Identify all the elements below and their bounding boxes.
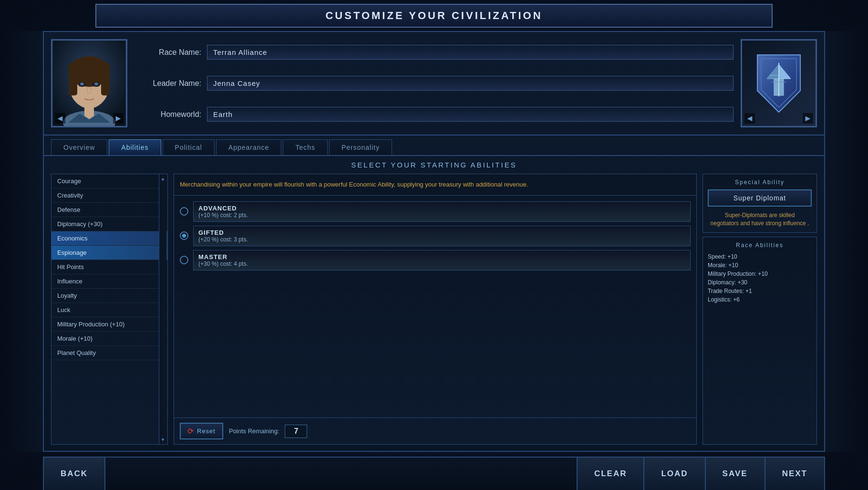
portrait-prev-arrow[interactable]: ◄ xyxy=(55,113,65,124)
option-cost: (+30 %) cost: 4 pts. xyxy=(198,261,685,267)
main-content: ◄ ► Race Name: Terran Alliance Leader Na… xyxy=(43,31,825,452)
ability-item-morale[interactable]: Morale (+10) xyxy=(52,332,167,346)
option-bar-master: MASTER(+30 %) cost: 4 pts. xyxy=(193,250,691,271)
race-name-label: Race Name: xyxy=(134,48,201,57)
ability-item-military-production[interactable]: Military Production (+10) xyxy=(52,317,167,332)
race-name-row: Race Name: Terran Alliance xyxy=(134,45,734,60)
scroll-down-arrow[interactable]: ▼ xyxy=(161,437,165,442)
filename-input[interactable] xyxy=(105,458,578,490)
ability-item-hit-points[interactable]: Hit Points xyxy=(52,260,167,274)
bottom-bar: BackClearLoadSaveNext xyxy=(43,457,825,490)
race-abilities-label: Race Abilities xyxy=(708,242,812,249)
abilities-section: SELECT YOUR STARTING ABILITIES CourageCr… xyxy=(44,156,824,451)
abilities-body: CourageCreativityDefenseDiplomacy (+30)E… xyxy=(51,174,817,445)
ability-list-inner: CourageCreativityDefenseDiplomacy (+30)E… xyxy=(52,174,167,444)
ability-item-loyalty[interactable]: Loyalty xyxy=(52,289,167,303)
ability-item-creativity[interactable]: Creativity xyxy=(52,188,167,203)
scroll-indicator: ▲ ▼ xyxy=(159,174,166,444)
option-name: MASTER xyxy=(198,253,685,261)
abilities-header: SELECT YOUR STARTING ABILITIES xyxy=(51,161,817,169)
ability-item-courage[interactable]: Courage xyxy=(52,174,167,188)
option-bar-gifted: GIFTED(+20 %) cost: 3 pts. xyxy=(193,226,691,246)
ability-option-gifted[interactable]: GIFTED(+20 %) cost: 3 pts. xyxy=(180,226,691,246)
special-ability-name[interactable]: Super Diplomat xyxy=(708,189,812,207)
ability-list: CourageCreativityDefenseDiplomacy (+30)E… xyxy=(51,174,168,445)
reset-label: Reset xyxy=(197,427,216,435)
emblem-navigation: ◄ ► xyxy=(742,113,816,124)
option-name: ADVANCED xyxy=(198,205,685,212)
next-button[interactable]: Next xyxy=(765,458,825,490)
option-cost: (+20 %) cost: 3 pts. xyxy=(198,236,685,243)
page-title: CUSTOMIZE YOUR CIVILIZATION xyxy=(325,10,542,22)
ability-item-espionage[interactable]: Espionage xyxy=(52,246,167,260)
reset-button[interactable]: ⟳ Reset xyxy=(180,423,223,439)
reset-icon: ⟳ xyxy=(187,427,194,436)
svg-rect-6 xyxy=(69,63,110,77)
race-ability-item: Morale: +10 xyxy=(708,261,812,270)
ability-right-panel: Special Ability Super Diplomat Super-Dip… xyxy=(703,174,817,445)
portrait-next-arrow[interactable]: ► xyxy=(113,113,124,124)
right-side-panel xyxy=(825,31,868,452)
tab-abilities[interactable]: Abilities xyxy=(109,139,161,155)
ability-description: Merchandising within your empire will fl… xyxy=(174,174,696,196)
save-button[interactable]: Save xyxy=(706,458,765,490)
title-bar: CUSTOMIZE YOUR CIVILIZATION xyxy=(95,4,773,28)
special-ability-box: Special Ability Super Diplomat Super-Dip… xyxy=(703,174,817,233)
svg-point-10 xyxy=(94,83,98,85)
emblem-prev-arrow[interactable]: ◄ xyxy=(744,113,755,124)
portrait-box: ◄ ► xyxy=(51,39,127,127)
load-button[interactable]: Load xyxy=(644,458,705,490)
ability-item-economics[interactable]: Economics xyxy=(52,231,167,246)
ability-item-planet-quality[interactable]: Planet Quality xyxy=(52,346,167,360)
option-cost: (+10 %) cost: 2 pts. xyxy=(198,212,685,219)
emblem-next-arrow[interactable]: ► xyxy=(803,113,813,124)
leader-name-label: Leader Name: xyxy=(134,79,201,88)
special-ability-label: Special Ability xyxy=(708,179,812,186)
homeworld-label: Homeworld: xyxy=(134,110,201,119)
emblem-box: ◄ ► xyxy=(741,39,817,127)
radio-master[interactable] xyxy=(180,256,188,264)
ability-option-master[interactable]: MASTER(+30 %) cost: 4 pts. xyxy=(180,250,691,271)
race-ability-item: Diplomacy: +30 xyxy=(708,278,812,287)
back-button[interactable]: Back xyxy=(43,458,105,490)
race-name-value[interactable]: Terran Alliance xyxy=(207,45,734,60)
tab-overview[interactable]: Overview xyxy=(51,139,107,155)
points-remaining-label: Points Remaining: xyxy=(229,427,279,435)
special-ability-description: Super-Diplomats are skilled negotiators … xyxy=(708,211,812,228)
clear-button[interactable]: Clear xyxy=(578,458,645,490)
tab-political[interactable]: Political xyxy=(163,139,215,155)
option-name: GIFTED xyxy=(198,229,685,236)
svg-point-9 xyxy=(80,83,84,85)
points-remaining-value: 7 xyxy=(285,425,307,438)
portrait-navigation: ◄ ► xyxy=(52,113,126,124)
character-fields: Race Name: Terran Alliance Leader Name: … xyxy=(134,39,734,127)
ability-footer: ⟳ Reset Points Remaining: 7 xyxy=(174,417,696,444)
ability-item-defense[interactable]: Defense xyxy=(52,203,167,217)
tab-appearance[interactable]: Appearance xyxy=(216,139,282,155)
race-abilities-list: Speed: +10Morale: +10Military Production… xyxy=(708,252,812,304)
homeworld-row: Homeworld: Earth xyxy=(134,107,734,122)
leader-name-value[interactable]: Jenna Casey xyxy=(207,76,734,91)
leader-name-row: Leader Name: Jenna Casey xyxy=(134,76,734,91)
ability-item-luck[interactable]: Luck xyxy=(52,303,167,317)
option-bar-advanced: ADVANCED(+10 %) cost: 2 pts. xyxy=(193,201,691,222)
ability-item-influence[interactable]: Influence xyxy=(52,274,167,289)
left-side-panel xyxy=(0,31,43,452)
race-ability-item: Speed: +10 xyxy=(708,252,812,261)
radio-gifted[interactable] xyxy=(180,231,188,240)
race-ability-item: Military Production: +10 xyxy=(708,270,812,278)
ability-option-advanced[interactable]: ADVANCED(+10 %) cost: 2 pts. xyxy=(180,201,691,222)
race-ability-item: Trade Routes: +1 xyxy=(708,287,812,295)
race-abilities-box: Race Abilities Speed: +10Morale: +10Mili… xyxy=(703,237,817,445)
ability-detail: Merchandising within your empire will fl… xyxy=(174,174,697,445)
tabs-section: OverviewAbilitiesPoliticalAppearanceTech… xyxy=(44,136,824,156)
homeworld-value[interactable]: Earth xyxy=(207,107,734,122)
emblem-svg xyxy=(753,52,805,115)
tab-techs[interactable]: Techs xyxy=(283,139,328,155)
radio-advanced[interactable] xyxy=(180,207,188,216)
tab-personality[interactable]: Personality xyxy=(329,139,392,155)
ability-options: ADVANCED(+10 %) cost: 2 pts.GIFTED(+20 %… xyxy=(174,196,696,418)
scroll-up-arrow[interactable]: ▲ xyxy=(161,176,165,181)
race-ability-item: Logistics: +6 xyxy=(708,295,812,304)
ability-item-diplomacy[interactable]: Diplomacy (+30) xyxy=(52,217,167,231)
